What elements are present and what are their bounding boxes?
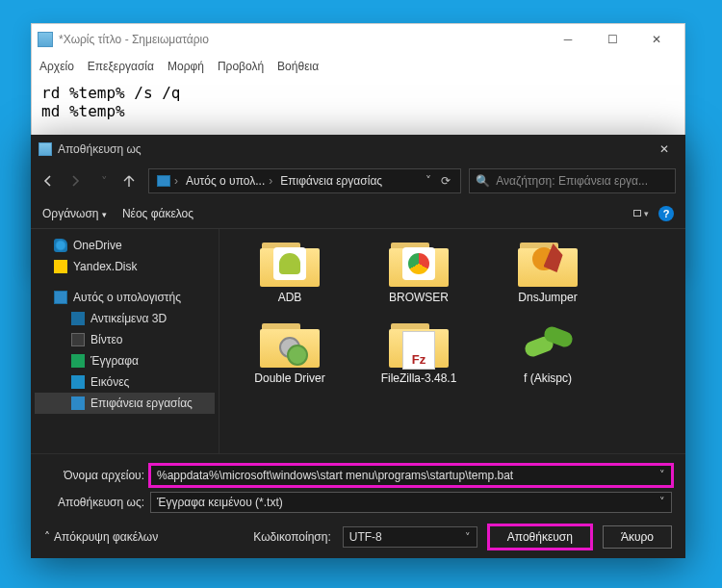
- recent-dropdown[interactable]: ˅: [94, 174, 114, 189]
- nav-tree: OneDrive Yandex.Disk Αυτός ο υπολογιστής…: [31, 229, 219, 453]
- notepad-titlebar: *Χωρίς τίτλο - Σημειωματάριο ─ ☐ ✕: [32, 24, 684, 55]
- sidebar-item-thispc[interactable]: Αυτός ο υπολογιστής: [35, 287, 215, 308]
- search-placeholder: Αναζήτηση: Επιφάνεια εργα...: [496, 174, 648, 188]
- video-icon: [71, 333, 85, 346]
- menu-format[interactable]: Μορφή: [168, 60, 204, 73]
- notepad-menubar: Αρχείο Επεξεργασία Μορφή Προβολή Βοήθεια: [32, 55, 684, 78]
- folder-item[interactable]: DnsJumper: [483, 239, 612, 304]
- filename-label: Όνομα αρχείου:: [44, 469, 144, 482]
- action-bar: ˄Απόκρυψη φακέλων Κωδικοποίηση: UTF-8 ˅ …: [31, 520, 685, 558]
- folder-icon: [389, 320, 449, 368]
- help-button[interactable]: ?: [658, 206, 674, 221]
- folder-label: ADB: [278, 291, 302, 304]
- menu-edit[interactable]: Επεξεργασία: [88, 60, 154, 73]
- sidebar-item-label: Αντικείμενα 3D: [90, 312, 167, 325]
- object-icon: [521, 325, 575, 368]
- chevron-up-icon: ˄: [44, 530, 50, 544]
- sidebar-item-onedrive[interactable]: OneDrive: [35, 235, 215, 256]
- pc-icon: [54, 291, 67, 304]
- filezilla-icon: [402, 331, 435, 370]
- form-area: Όνομα αρχείου: ˅ Αποθήκευση ως: Έγγραφα …: [31, 453, 685, 520]
- folder-icon: [260, 239, 320, 287]
- refresh-button[interactable]: ⟳: [435, 174, 456, 188]
- notepad-title: *Χωρίς τίτλο - Σημειωματάριο: [59, 33, 546, 46]
- savetype-select[interactable]: Έγγραφα κειμένου (*.txt) ˅: [150, 492, 672, 513]
- savetype-value: Έγγραφα κειμένου (*.txt): [157, 496, 283, 509]
- folder-icon: [518, 239, 578, 287]
- chrome-icon: [402, 247, 435, 280]
- hide-folders-label: Απόκρυψη φακέλων: [54, 530, 158, 544]
- savetype-label: Αποθήκευση ως:: [44, 496, 144, 509]
- filename-input[interactable]: ˅: [150, 465, 672, 486]
- encoding-select[interactable]: UTF-8 ˅: [343, 526, 477, 548]
- organize-menu[interactable]: Οργάνωση ▾: [42, 207, 107, 220]
- folder-icon: [389, 239, 449, 287]
- folder-item[interactable]: ADB: [225, 239, 354, 304]
- close-button[interactable]: ✕: [634, 26, 679, 53]
- search-input[interactable]: 🔍 Αναζήτηση: Επιφάνεια εργα...: [469, 168, 676, 193]
- addr-seg-thispc[interactable]: Αυτός ο υπολ...: [186, 174, 265, 188]
- cancel-button[interactable]: Άκυρο: [603, 525, 672, 549]
- sidebar-item-3dobjects[interactable]: Αντικείμενα 3D: [35, 308, 215, 329]
- doubledriver-icon: [279, 337, 306, 364]
- nav-bar: ˅ › Αυτός ο υπολ...› Επιφάνεια εργασίας …: [31, 164, 685, 198]
- search-icon: 🔍: [476, 174, 490, 188]
- chevron-down-icon[interactable]: ˅: [659, 469, 665, 481]
- menu-file[interactable]: Αρχείο: [39, 60, 74, 73]
- onedrive-icon: [54, 239, 67, 252]
- sidebar-item-label: Εικόνες: [90, 375, 129, 389]
- menu-help[interactable]: Βοήθεια: [277, 60, 319, 73]
- menu-view[interactable]: Προβολή: [218, 60, 264, 73]
- hide-folders-toggle[interactable]: ˄Απόκρυψη φακέλων: [44, 530, 158, 544]
- close-button[interactable]: ✕: [643, 135, 685, 164]
- dnsjumper-icon: [527, 242, 565, 280]
- folder-item[interactable]: FileZilla-3.48.1: [354, 320, 483, 385]
- yandex-icon: [54, 260, 67, 273]
- back-button[interactable]: [40, 173, 60, 189]
- notepad-icon: [38, 32, 53, 47]
- notepad-icon: [39, 142, 52, 156]
- notepad-textarea[interactable]: rd %temp% /s /q md %temp%: [32, 78, 684, 126]
- folder-label: DnsJumper: [518, 291, 577, 304]
- pc-icon: [157, 175, 170, 187]
- sidebar-item-label: Επιφάνεια εργασίας: [90, 396, 193, 410]
- sidebar-item-documents[interactable]: Έγγραφα: [35, 350, 215, 371]
- documents-icon: [71, 354, 85, 368]
- sidebar-item-label: Έγγραφα: [90, 354, 139, 368]
- address-bar[interactable]: › Αυτός ο υπολ...› Επιφάνεια εργασίας ˅ …: [148, 168, 461, 193]
- pictures-icon: [71, 375, 85, 389]
- saveas-titlebar: Αποθήκευση ως ✕: [31, 135, 685, 164]
- sidebar-item-desktop[interactable]: Επιφάνεια εργασίας: [35, 393, 215, 414]
- sidebar-item-label: Βίντεο: [90, 333, 122, 346]
- view-options-button[interactable]: ▾: [633, 209, 649, 218]
- folder-label: FileZilla-3.48.1: [381, 371, 457, 385]
- folder-item[interactable]: Double Driver: [225, 320, 354, 385]
- new-folder-button[interactable]: Νέος φάκελος: [122, 207, 193, 220]
- folder-label: f (Akispc): [524, 371, 572, 385]
- desktop-icon: [71, 396, 85, 410]
- filename-field[interactable]: [157, 469, 665, 482]
- sidebar-item-yandex[interactable]: Yandex.Disk: [35, 256, 215, 277]
- android-icon: [273, 247, 306, 280]
- folder-label: Double Driver: [254, 371, 324, 385]
- sidebar-item-videos[interactable]: Βίντεο: [35, 329, 215, 350]
- minimize-button[interactable]: ─: [546, 26, 590, 53]
- address-dropdown[interactable]: ˅: [422, 174, 435, 188]
- addr-seg-desktop[interactable]: Επιφάνεια εργασίας: [280, 174, 382, 188]
- folder-item[interactable]: BROWSER: [354, 239, 483, 304]
- save-as-dialog: Αποθήκευση ως ✕ ˅ › Αυτός ο υπολ...› Επι…: [31, 135, 685, 558]
- folder-icon: [260, 320, 320, 368]
- saveas-title: Αποθήκευση ως: [58, 142, 643, 156]
- sidebar-item-label: Yandex.Disk: [73, 260, 137, 273]
- objects3d-icon: [71, 312, 85, 325]
- forward-button[interactable]: [67, 173, 87, 189]
- sidebar-item-label: Αυτός ο υπολογιστής: [73, 291, 181, 304]
- sidebar-item-pictures[interactable]: Εικόνες: [35, 371, 215, 393]
- up-button[interactable]: [121, 173, 141, 189]
- save-button[interactable]: Αποθήκευση: [489, 525, 591, 549]
- folder-item[interactable]: f (Akispc): [483, 320, 612, 385]
- file-grid[interactable]: ADB BROWSER DnsJumper Double Driver: [219, 229, 685, 453]
- maximize-button[interactable]: ☐: [590, 26, 634, 53]
- chevron-down-icon[interactable]: ˅: [465, 531, 471, 544]
- chevron-down-icon[interactable]: ˅: [659, 496, 665, 508]
